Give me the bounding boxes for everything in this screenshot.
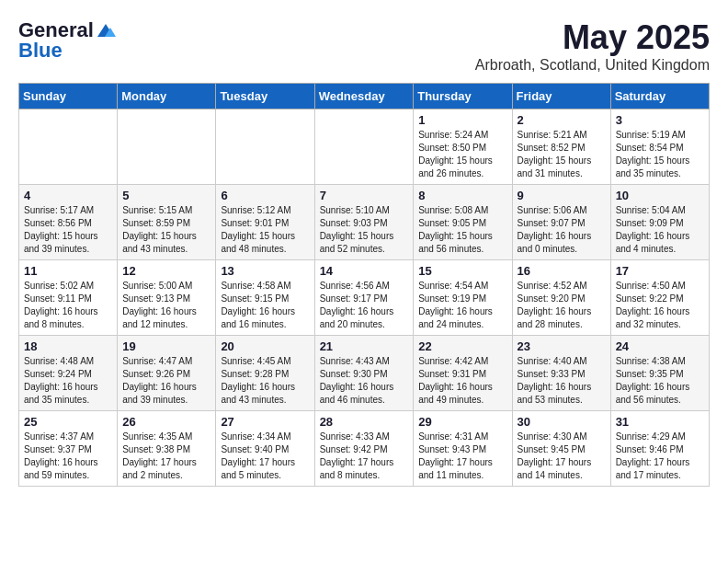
day-number: 14 (320, 264, 409, 278)
header-wednesday: Wednesday (314, 84, 414, 109)
day-number: 21 (320, 339, 409, 353)
calendar-cell: 5Sunrise: 5:15 AM Sunset: 8:59 PM Daylig… (118, 185, 216, 260)
day-number: 11 (24, 264, 112, 278)
day-number: 13 (221, 264, 309, 278)
day-info: Sunrise: 4:56 AM Sunset: 9:17 PM Dayligh… (320, 280, 409, 331)
day-info: Sunrise: 4:48 AM Sunset: 9:24 PM Dayligh… (24, 355, 112, 407)
header-sunday: Sunday (19, 84, 118, 109)
day-number: 22 (418, 339, 506, 353)
calendar-cell: 22Sunrise: 4:42 AM Sunset: 9:31 PM Dayli… (414, 336, 512, 411)
day-info: Sunrise: 5:04 AM Sunset: 9:09 PM Dayligh… (616, 204, 704, 256)
day-info: Sunrise: 5:08 AM Sunset: 9:05 PM Dayligh… (418, 204, 506, 256)
calendar-week-row: 11Sunrise: 5:02 AM Sunset: 9:11 PM Dayli… (19, 260, 710, 336)
day-info: Sunrise: 5:00 AM Sunset: 9:13 PM Dayligh… (122, 280, 210, 331)
calendar-cell: 20Sunrise: 4:45 AM Sunset: 9:28 PM Dayli… (216, 336, 314, 411)
day-number: 18 (24, 339, 112, 353)
day-number: 27 (221, 415, 309, 429)
calendar-week-row: 1Sunrise: 5:24 AM Sunset: 8:50 PM Daylig… (19, 109, 710, 185)
calendar-header-row: SundayMondayTuesdayWednesdayThursdayFrid… (19, 84, 710, 109)
calendar-cell: 31Sunrise: 4:29 AM Sunset: 9:46 PM Dayli… (610, 411, 709, 487)
day-info: Sunrise: 5:06 AM Sunset: 9:07 PM Dayligh… (518, 204, 606, 256)
day-info: Sunrise: 5:17 AM Sunset: 8:56 PM Dayligh… (24, 204, 112, 256)
calendar-cell: 11Sunrise: 5:02 AM Sunset: 9:11 PM Dayli… (19, 260, 118, 336)
day-number: 23 (518, 339, 606, 353)
calendar-cell: 16Sunrise: 4:52 AM Sunset: 9:20 PM Dayli… (512, 260, 610, 336)
calendar-cell: 28Sunrise: 4:33 AM Sunset: 9:42 PM Dayli… (314, 411, 414, 487)
calendar-cell (118, 109, 216, 185)
header-monday: Monday (118, 84, 216, 109)
day-info: Sunrise: 4:37 AM Sunset: 9:37 PM Dayligh… (24, 431, 112, 482)
day-info: Sunrise: 4:42 AM Sunset: 9:31 PM Dayligh… (418, 355, 506, 407)
day-number: 4 (24, 189, 112, 202)
calendar-cell: 12Sunrise: 5:00 AM Sunset: 9:13 PM Dayli… (118, 260, 216, 336)
calendar-cell: 7Sunrise: 5:10 AM Sunset: 9:03 PM Daylig… (314, 185, 414, 260)
calendar-cell: 27Sunrise: 4:34 AM Sunset: 9:40 PM Dayli… (216, 411, 314, 487)
day-number: 3 (616, 113, 704, 127)
day-info: Sunrise: 4:34 AM Sunset: 9:40 PM Dayligh… (221, 431, 309, 482)
calendar-cell: 21Sunrise: 4:43 AM Sunset: 9:30 PM Dayli… (314, 336, 414, 411)
calendar-cell: 9Sunrise: 5:06 AM Sunset: 9:07 PM Daylig… (512, 185, 610, 260)
day-number: 19 (122, 339, 210, 353)
header-tuesday: Tuesday (216, 84, 314, 109)
calendar-cell: 18Sunrise: 4:48 AM Sunset: 9:24 PM Dayli… (19, 336, 118, 411)
calendar-cell: 2Sunrise: 5:21 AM Sunset: 8:52 PM Daylig… (512, 109, 610, 185)
calendar-cell: 30Sunrise: 4:30 AM Sunset: 9:45 PM Dayli… (512, 411, 610, 487)
header-friday: Friday (512, 84, 610, 109)
day-number: 24 (616, 339, 704, 353)
day-info: Sunrise: 5:02 AM Sunset: 9:11 PM Dayligh… (24, 280, 112, 331)
calendar-cell: 19Sunrise: 4:47 AM Sunset: 9:26 PM Dayli… (118, 336, 216, 411)
day-info: Sunrise: 4:31 AM Sunset: 9:43 PM Dayligh… (418, 431, 506, 482)
calendar-cell: 6Sunrise: 5:12 AM Sunset: 9:01 PM Daylig… (216, 185, 314, 260)
calendar-table: SundayMondayTuesdayWednesdayThursdayFrid… (18, 83, 710, 487)
day-info: Sunrise: 4:52 AM Sunset: 9:20 PM Dayligh… (518, 280, 606, 331)
day-info: Sunrise: 4:35 AM Sunset: 9:38 PM Dayligh… (122, 431, 210, 482)
calendar-cell: 29Sunrise: 4:31 AM Sunset: 9:43 PM Dayli… (414, 411, 512, 487)
day-number: 10 (616, 189, 704, 202)
calendar-cell: 25Sunrise: 4:37 AM Sunset: 9:37 PM Dayli… (19, 411, 118, 487)
calendar-cell: 26Sunrise: 4:35 AM Sunset: 9:38 PM Dayli… (118, 411, 216, 487)
day-number: 7 (320, 189, 409, 202)
day-number: 20 (221, 339, 309, 353)
calendar-cell (19, 109, 118, 185)
calendar-cell: 15Sunrise: 4:54 AM Sunset: 9:19 PM Dayli… (414, 260, 512, 336)
day-info: Sunrise: 5:24 AM Sunset: 8:50 PM Dayligh… (418, 129, 506, 180)
calendar-cell: 4Sunrise: 5:17 AM Sunset: 8:56 PM Daylig… (19, 185, 118, 260)
page-header: General Blue May 2025 Arbroath, Scotland… (18, 18, 710, 74)
day-info: Sunrise: 5:10 AM Sunset: 9:03 PM Dayligh… (320, 204, 409, 256)
calendar-cell: 23Sunrise: 4:40 AM Sunset: 9:33 PM Dayli… (512, 336, 610, 411)
calendar-cell: 10Sunrise: 5:04 AM Sunset: 9:09 PM Dayli… (610, 185, 709, 260)
day-number: 16 (518, 264, 606, 278)
day-number: 25 (24, 415, 112, 429)
day-info: Sunrise: 4:45 AM Sunset: 9:28 PM Dayligh… (221, 355, 309, 407)
logo-blue-text: Blue (18, 39, 63, 63)
calendar-week-row: 25Sunrise: 4:37 AM Sunset: 9:37 PM Dayli… (19, 411, 710, 487)
day-number: 29 (418, 415, 506, 429)
location: Arbroath, Scotland, United Kingdom (475, 57, 710, 74)
calendar-cell: 24Sunrise: 4:38 AM Sunset: 9:35 PM Dayli… (610, 336, 709, 411)
calendar-cell: 1Sunrise: 5:24 AM Sunset: 8:50 PM Daylig… (414, 109, 512, 185)
day-number: 8 (418, 189, 506, 202)
logo-icon (96, 22, 116, 39)
calendar-cell: 17Sunrise: 4:50 AM Sunset: 9:22 PM Dayli… (610, 260, 709, 336)
calendar-cell: 13Sunrise: 4:58 AM Sunset: 9:15 PM Dayli… (216, 260, 314, 336)
calendar-cell (216, 109, 314, 185)
day-info: Sunrise: 4:50 AM Sunset: 9:22 PM Dayligh… (616, 280, 704, 331)
day-number: 31 (616, 415, 704, 429)
day-info: Sunrise: 4:38 AM Sunset: 9:35 PM Dayligh… (616, 355, 704, 407)
logo: General Blue (18, 18, 116, 63)
day-info: Sunrise: 5:12 AM Sunset: 9:01 PM Dayligh… (221, 204, 309, 256)
day-info: Sunrise: 4:33 AM Sunset: 9:42 PM Dayligh… (320, 431, 409, 482)
day-number: 5 (122, 189, 210, 202)
day-number: 9 (518, 189, 606, 202)
day-number: 26 (122, 415, 210, 429)
month-title: May 2025 (475, 18, 710, 57)
day-number: 17 (616, 264, 704, 278)
day-number: 30 (518, 415, 606, 429)
day-info: Sunrise: 4:54 AM Sunset: 9:19 PM Dayligh… (418, 280, 506, 331)
day-number: 12 (122, 264, 210, 278)
day-info: Sunrise: 5:21 AM Sunset: 8:52 PM Dayligh… (518, 129, 606, 180)
day-info: Sunrise: 4:40 AM Sunset: 9:33 PM Dayligh… (518, 355, 606, 407)
calendar-week-row: 18Sunrise: 4:48 AM Sunset: 9:24 PM Dayli… (19, 336, 710, 411)
day-number: 28 (320, 415, 409, 429)
calendar-cell: 8Sunrise: 5:08 AM Sunset: 9:05 PM Daylig… (414, 185, 512, 260)
